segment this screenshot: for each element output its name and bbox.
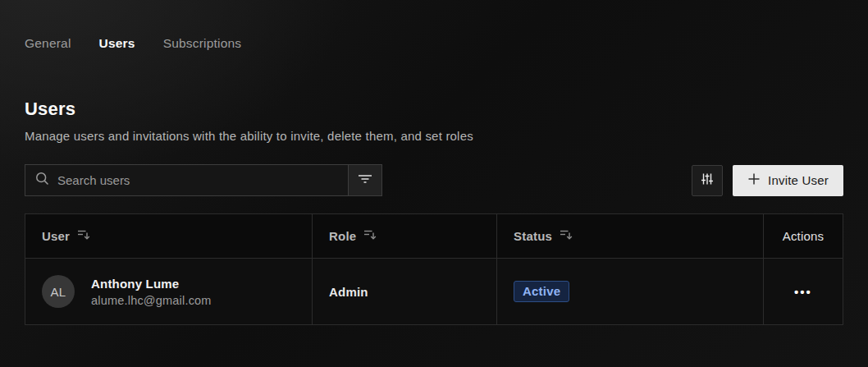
column-header-user[interactable]: User bbox=[25, 214, 313, 259]
invite-user-label: Invite User bbox=[768, 173, 829, 187]
plus-icon bbox=[747, 172, 761, 188]
users-toolbar: Invite User bbox=[25, 164, 843, 196]
status-badge: Active bbox=[514, 281, 569, 302]
user-cell: AL Anthony Lume alume.lhc@gmail.com bbox=[25, 259, 313, 324]
user-email: alume.lhc@gmail.com bbox=[91, 294, 212, 307]
page-subtitle: Manage users and invitations with the ab… bbox=[25, 129, 843, 143]
sort-icon[interactable] bbox=[363, 228, 377, 244]
settings-page: General Users Subscriptions Users Manage… bbox=[0, 0, 868, 325]
sliders-icon bbox=[700, 172, 715, 190]
tab-subscriptions[interactable]: Subscriptions bbox=[163, 36, 242, 51]
search-group bbox=[25, 164, 382, 196]
search-icon bbox=[35, 172, 49, 189]
filter-button[interactable] bbox=[348, 164, 382, 196]
avatar: AL bbox=[42, 275, 75, 308]
sort-icon[interactable] bbox=[560, 228, 573, 244]
column-header-label: Status bbox=[514, 229, 552, 243]
search-box bbox=[25, 164, 349, 196]
search-input[interactable] bbox=[57, 173, 338, 187]
status-cell: Active bbox=[497, 259, 764, 324]
users-table: User Role Status bbox=[25, 213, 843, 325]
column-header-status[interactable]: Status bbox=[497, 214, 764, 259]
tab-users[interactable]: Users bbox=[99, 36, 135, 51]
row-actions-menu-button[interactable]: ••• bbox=[791, 281, 815, 303]
column-header-label: Actions bbox=[783, 229, 825, 243]
user-name: Anthony Lume bbox=[91, 277, 212, 291]
toolbar-right: Invite User bbox=[692, 165, 843, 196]
column-header-label: User bbox=[42, 229, 70, 243]
page-title: Users bbox=[25, 99, 843, 120]
tab-general[interactable]: General bbox=[25, 36, 71, 51]
role-value: Admin bbox=[329, 285, 368, 299]
column-header-role[interactable]: Role bbox=[313, 214, 497, 259]
user-identity: Anthony Lume alume.lhc@gmail.com bbox=[91, 277, 212, 307]
column-header-actions: Actions bbox=[764, 214, 843, 259]
column-settings-button[interactable] bbox=[692, 165, 723, 196]
invite-user-button[interactable]: Invite User bbox=[733, 165, 843, 196]
actions-cell: ••• bbox=[764, 259, 843, 324]
role-cell: Admin bbox=[313, 259, 497, 324]
column-header-label: Role bbox=[329, 229, 356, 243]
sort-icon[interactable] bbox=[77, 228, 91, 244]
settings-tabs: General Users Subscriptions bbox=[25, 0, 843, 51]
filter-lines-icon bbox=[358, 173, 372, 188]
